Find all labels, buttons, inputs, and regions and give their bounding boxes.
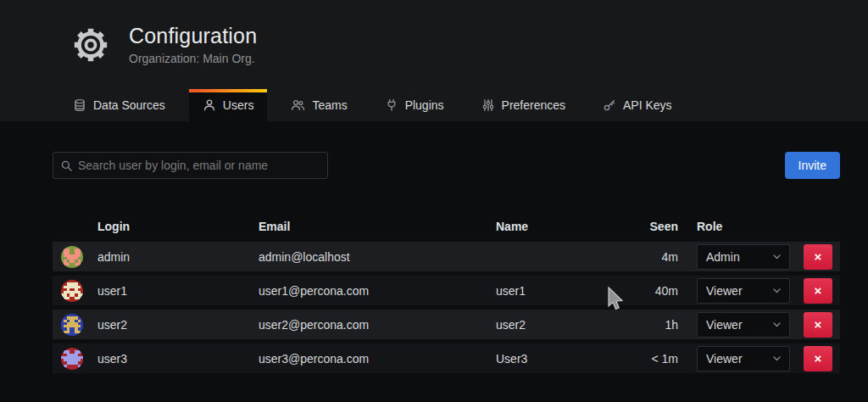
database-icon bbox=[73, 98, 86, 112]
cell-seen: 40m bbox=[644, 284, 678, 298]
users-icon bbox=[291, 98, 305, 112]
delete-user-button[interactable]: × bbox=[804, 244, 832, 270]
tab-bar: Data Sources Users Teams bbox=[0, 89, 868, 121]
role-select[interactable]: Admin bbox=[697, 244, 790, 270]
delete-user-button[interactable]: × bbox=[804, 312, 832, 338]
avatar bbox=[61, 280, 83, 302]
search-icon bbox=[60, 159, 73, 172]
cell-seen: 1h bbox=[644, 318, 678, 332]
tab-preferences[interactable]: Preferences bbox=[468, 89, 579, 121]
table-row: admin admin@localhost 4m Admin × bbox=[53, 242, 840, 271]
users-toolbar: Invite bbox=[53, 152, 840, 179]
cell-name: user2 bbox=[496, 318, 644, 332]
tab-users[interactable]: Users bbox=[189, 89, 268, 121]
page-subtitle: Organization: Main Org. bbox=[129, 52, 257, 65]
avatar bbox=[61, 348, 83, 370]
column-header-name: Name bbox=[496, 220, 644, 233]
role-select[interactable]: Viewer bbox=[697, 278, 790, 304]
users-table: Login Email Name Seen Role admin admin@l… bbox=[53, 211, 840, 373]
cell-login: admin bbox=[97, 250, 259, 264]
table-row: user3 user3@percona.com User3 < 1m Viewe… bbox=[53, 343, 840, 373]
cell-seen: < 1m bbox=[644, 352, 678, 366]
cell-name: user1 bbox=[496, 284, 644, 298]
role-select-value: Viewer bbox=[706, 352, 743, 366]
cell-email: user3@percona.com bbox=[259, 352, 496, 366]
cell-login: user1 bbox=[97, 284, 259, 298]
chevron-down-icon bbox=[773, 322, 781, 327]
delete-user-button[interactable]: × bbox=[804, 278, 832, 304]
tab-label: Users bbox=[223, 98, 254, 112]
tab-plugins[interactable]: Plugins bbox=[371, 89, 458, 121]
tab-label: Plugins bbox=[405, 98, 444, 112]
column-header-login: Login bbox=[97, 220, 259, 233]
sliders-icon bbox=[481, 98, 495, 112]
cell-name: User3 bbox=[496, 352, 644, 366]
cell-seen: 4m bbox=[644, 250, 678, 264]
column-header-email: Email bbox=[259, 220, 496, 233]
column-header-role: Role bbox=[678, 220, 790, 233]
tab-label: API Keys bbox=[623, 98, 672, 112]
role-select[interactable]: Viewer bbox=[697, 346, 790, 371]
chevron-down-icon bbox=[773, 288, 781, 293]
tab-label: Teams bbox=[312, 98, 347, 112]
page-titles: Configuration Organization: Main Org. bbox=[129, 24, 257, 65]
chevron-down-icon bbox=[773, 254, 781, 260]
delete-user-button[interactable]: × bbox=[804, 346, 832, 371]
cell-email: user2@percona.com bbox=[259, 318, 496, 332]
cell-email: admin@localhost bbox=[259, 250, 496, 264]
role-select-value: Admin bbox=[706, 250, 740, 264]
user-icon bbox=[203, 98, 216, 112]
gear-icon bbox=[71, 25, 110, 64]
search-box[interactable] bbox=[53, 152, 328, 179]
table-row: user2 user2@percona.com user2 1h Viewer … bbox=[53, 310, 840, 339]
avatar bbox=[61, 246, 83, 268]
plug-icon bbox=[385, 98, 398, 112]
invite-button[interactable]: Invite bbox=[785, 152, 840, 179]
role-select-value: Viewer bbox=[706, 284, 743, 298]
table-row: user1 user1@percona.com user1 40m Viewer… bbox=[53, 276, 840, 305]
grafana-configuration-page: Configuration Organization: Main Org. Da… bbox=[0, 0, 868, 402]
role-select-value: Viewer bbox=[706, 318, 743, 332]
page-title: Configuration bbox=[129, 24, 257, 48]
search-input[interactable] bbox=[78, 159, 320, 172]
cell-login: user2 bbox=[97, 318, 259, 332]
column-header-seen: Seen bbox=[644, 220, 678, 233]
tab-data-sources[interactable]: Data Sources bbox=[59, 89, 179, 121]
tab-label: Data Sources bbox=[93, 98, 165, 112]
avatar bbox=[61, 314, 83, 336]
key-icon bbox=[603, 98, 616, 112]
tab-api-keys[interactable]: API Keys bbox=[589, 89, 686, 121]
tab-teams[interactable]: Teams bbox=[277, 89, 360, 121]
chevron-down-icon bbox=[773, 356, 781, 361]
cell-email: user1@percona.com bbox=[259, 284, 496, 298]
main-content: Invite Login Email Name Seen Role admin … bbox=[0, 121, 868, 373]
table-header-row: Login Email Name Seen Role bbox=[53, 211, 840, 242]
tab-label: Preferences bbox=[502, 98, 565, 112]
cell-login: user3 bbox=[97, 352, 259, 366]
role-select[interactable]: Viewer bbox=[697, 312, 790, 338]
page-header: Configuration Organization: Main Org. bbox=[0, 0, 868, 89]
